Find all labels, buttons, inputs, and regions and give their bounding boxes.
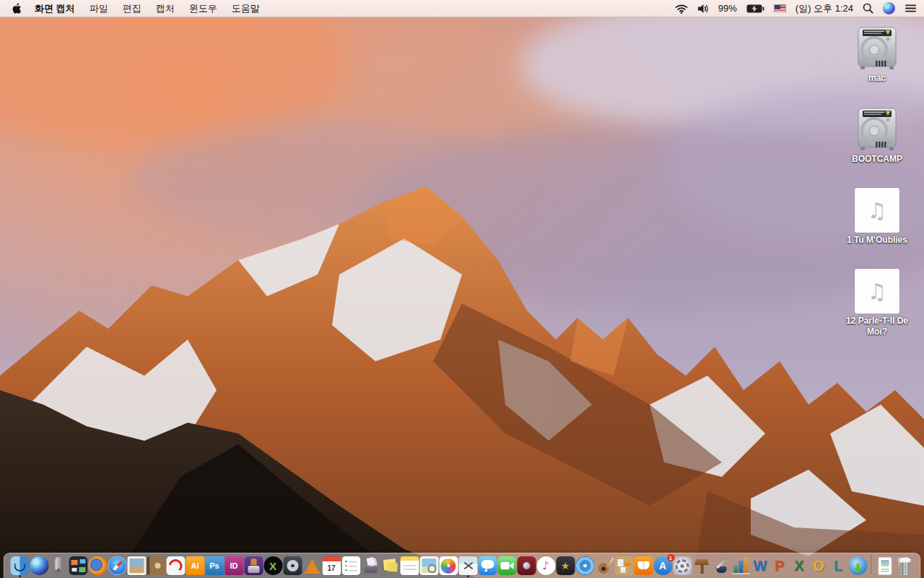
dock-item-garageband[interactable] <box>595 553 614 575</box>
dock-item-illustrator[interactable]: Ai <box>186 553 205 575</box>
lync-icon: L <box>829 556 847 575</box>
dock-item-app-store[interactable]: A1 <box>653 553 673 575</box>
dock-item-trash[interactable] <box>895 553 915 575</box>
desktop-wallpaper <box>0 0 924 578</box>
vlc-icon <box>302 556 321 575</box>
powerpoint-glyph: P <box>775 558 784 574</box>
corkboard-icon <box>614 556 633 575</box>
menu-file[interactable]: 파일 <box>82 0 116 17</box>
desktop-icon-music-file-1[interactable]: ♫ 1 Tu M'Oublies <box>842 188 912 246</box>
word-icon: W <box>751 556 770 575</box>
download-manager-icon <box>848 556 867 575</box>
dock-item-facetime[interactable] <box>497 553 517 575</box>
desktop-icon-label: BOOTCAMP <box>852 154 902 165</box>
menu-capture[interactable]: 캡처 <box>149 0 182 17</box>
dock-item-itunes[interactable]: ♪ <box>536 553 556 575</box>
dock-item-download-manager[interactable] <box>848 553 868 575</box>
x11-icon: X <box>263 556 282 575</box>
dock-item-acrobat[interactable] <box>166 553 186 575</box>
dock-item-reminders[interactable] <box>341 553 361 575</box>
dock-item-toast[interactable] <box>244 553 263 575</box>
dock-divider <box>871 554 872 574</box>
unarchiver-icon <box>361 556 380 575</box>
dvd-player-icon <box>575 556 594 575</box>
dock-item-system-preferences[interactable] <box>673 553 692 575</box>
system-preferences-icon <box>673 556 692 575</box>
menu-bar: 화면 캡처 파일 편집 캡처 윈도우 도움말 99% <box>0 0 924 17</box>
dock-item-mail[interactable] <box>127 553 147 575</box>
siri-icon[interactable] <box>883 2 895 14</box>
notification-center-icon[interactable] <box>905 4 917 13</box>
menu-edit[interactable]: 편집 <box>116 0 149 17</box>
siri-icon <box>30 556 48 575</box>
word-glyph: W <box>754 558 767 574</box>
app-store-glyph: A <box>659 560 666 571</box>
dock-item-firefox[interactable] <box>88 553 108 575</box>
document-icon <box>879 557 892 575</box>
volume-icon[interactable] <box>697 4 709 14</box>
dock-item-lync[interactable]: L <box>829 553 848 575</box>
desktop-icon-drive-mac[interactable]: mac <box>842 26 912 84</box>
dock-item-disk-utility[interactable] <box>283 553 302 575</box>
dock-item-finder[interactable] <box>10 553 30 575</box>
menu-app-name[interactable]: 화면 캡처 <box>27 0 82 17</box>
dock-item-numbers[interactable] <box>731 553 751 575</box>
dock-item-pages[interactable] <box>712 553 731 575</box>
menu-bar-left: 화면 캡처 파일 편집 캡처 윈도우 도움말 <box>7 0 267 17</box>
dock-item-contacts[interactable] <box>147 553 166 575</box>
preview-icon <box>419 556 438 575</box>
battery-percent[interactable]: 99% <box>718 3 737 14</box>
dock-item-unarchiver[interactable] <box>361 553 380 575</box>
dock-item-dvd-player[interactable] <box>575 553 595 575</box>
dock-item-stickies[interactable] <box>380 553 400 575</box>
dock-item-mission-control[interactable] <box>69 553 88 575</box>
audio-file-icon: ♫ <box>855 269 899 314</box>
dock-item-powerpoint[interactable]: P <box>770 553 790 575</box>
battery-charging-icon[interactable] <box>746 4 764 13</box>
audio-file-icon: ♫ <box>855 188 899 233</box>
dock-item-document[interactable] <box>876 553 895 575</box>
wifi-icon[interactable] <box>675 4 688 14</box>
dock-item-vlc[interactable] <box>302 553 322 575</box>
dock-item-ibooks[interactable] <box>634 553 653 575</box>
dock-item-photo-booth[interactable] <box>517 553 536 575</box>
dock-item-word[interactable]: W <box>751 553 770 575</box>
imovie-icon: ★ <box>556 556 575 575</box>
dock-item-photos[interactable] <box>439 553 458 575</box>
firefox-icon <box>88 556 107 575</box>
messages-icon <box>478 556 497 575</box>
dock-item-safari[interactable] <box>108 553 127 575</box>
photo-booth-icon <box>517 556 536 575</box>
finder-icon <box>10 556 29 575</box>
dock-item-x11[interactable]: X <box>263 553 283 575</box>
notes-icon <box>400 556 419 575</box>
dock-item-calendar[interactable]: 17 <box>322 553 341 575</box>
garageband-icon <box>595 556 614 575</box>
launchpad-icon <box>49 556 68 575</box>
powerpoint-icon: P <box>770 556 789 575</box>
dock-item-imovie[interactable]: ★ <box>556 553 575 575</box>
menu-window[interactable]: 윈도우 <box>182 0 225 17</box>
us-flag-icon[interactable] <box>774 4 786 12</box>
dock-item-siri[interactable] <box>30 553 49 575</box>
dock-item-indesign[interactable]: ID <box>225 553 244 575</box>
desktop-icon-drive-bootcamp[interactable]: BOOTCAMP <box>842 107 912 165</box>
dock-item-photoshop[interactable]: Ps <box>205 553 225 575</box>
desktop-icon-music-file-2[interactable]: ♫ 12 Parle-T-Il De Moi? <box>842 269 912 337</box>
apple-menu-icon[interactable] <box>12 3 22 14</box>
dock-item-launchpad[interactable] <box>49 553 69 575</box>
hard-drive-icon <box>854 26 900 71</box>
spotlight-search-icon[interactable] <box>863 3 873 14</box>
dock-item-notes[interactable] <box>400 553 419 575</box>
dock-item-excel[interactable]: X <box>790 553 809 575</box>
menu-help[interactable]: 도움말 <box>225 0 267 17</box>
dock-item-preview[interactable] <box>419 553 439 575</box>
menu-clock[interactable]: (일) 오후 1:24 <box>796 2 853 15</box>
dock-item-grab[interactable] <box>458 553 478 575</box>
dock-item-messages[interactable] <box>478 553 497 575</box>
dock-item-outlook[interactable]: O <box>809 553 829 575</box>
dock-item-keynote[interactable] <box>692 553 712 575</box>
desktop-icon-label: 12 Parle-T-Il De Moi? <box>842 316 912 337</box>
indesign-icon: ID <box>225 556 243 575</box>
dock-item-corkboard[interactable] <box>614 553 634 575</box>
